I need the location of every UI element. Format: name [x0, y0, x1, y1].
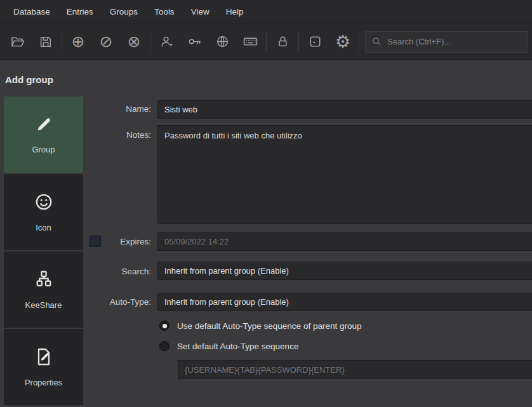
search-setting-select[interactable]: Inherit from parent group (Enable): [157, 262, 532, 280]
toolbar-separator: [62, 32, 62, 52]
delete-entry-button[interactable]: ⊗: [120, 30, 148, 54]
toolbar-separator: [359, 32, 359, 52]
search-setting-value: Inherit from parent group (Enable): [164, 266, 289, 276]
menu-tools[interactable]: Tools: [146, 0, 183, 23]
sidebar-item-icon[interactable]: Icon: [4, 174, 83, 250]
expires-label: Expires:: [75, 237, 151, 246]
key-icon: [187, 34, 202, 49]
open-url-button[interactable]: [208, 30, 236, 54]
toolbar-separator: [298, 32, 299, 52]
copy-password-button[interactable]: [180, 30, 208, 54]
use-default-sequence-label: Use default Auto-Type sequence of parent…: [177, 321, 361, 331]
sidebar-item-label: KeeShare: [25, 300, 62, 310]
globe-icon: [215, 34, 230, 49]
expires-datetime-input[interactable]: 05/09/2022 14:22: [157, 232, 532, 251]
sidebar-item-group[interactable]: Group: [4, 97, 83, 173]
edit-entry-button[interactable]: ⊘: [92, 30, 120, 54]
menu-entries[interactable]: Entries: [58, 0, 102, 23]
set-default-sequence-label: Set default Auto-Type sequence: [177, 342, 298, 351]
sidebar: Group Icon KeeShare Properties: [4, 97, 83, 407]
autotype-select[interactable]: Inherit from parent group (Enable): [157, 293, 532, 311]
toolbar-separator: [266, 32, 267, 52]
autotype-sequence-input[interactable]: {USERNAME}{TAB}{PASSWORD}{ENTER}: [178, 360, 532, 379]
add-entry-button[interactable]: ⊕: [64, 30, 92, 54]
plus-circle-icon: ⊕: [72, 34, 85, 50]
toolbar-separator: [150, 32, 150, 52]
sidebar-item-label: Icon: [36, 223, 51, 232]
sidebar-item-label: Properties: [25, 378, 62, 387]
perform-autotype-button[interactable]: [236, 30, 264, 54]
notes-textarea[interactable]: Password di tutti i siti web che utilizz…: [157, 125, 532, 224]
sidebar-item-keeshare[interactable]: KeeShare: [4, 251, 83, 328]
search-box[interactable]: [365, 31, 528, 53]
lock-icon: [276, 34, 290, 49]
name-input[interactable]: [157, 100, 532, 119]
sidebar-item-label: Group: [32, 145, 55, 154]
pencil-icon: [34, 115, 53, 134]
save-database-button[interactable]: [32, 30, 60, 54]
sidebar-item-properties[interactable]: Properties: [4, 329, 83, 405]
toolbar: ⊕ ⊘ ⊗ ⚙: [0, 23, 532, 60]
user-key-icon: [159, 34, 174, 49]
menu-bar: Database Entries Groups Tools View Help: [0, 0, 532, 23]
menu-view[interactable]: View: [183, 0, 218, 23]
keyboard-icon: [243, 34, 258, 50]
copy-username-button[interactable]: [152, 30, 180, 54]
menu-help[interactable]: Help: [218, 0, 252, 23]
slash-circle-icon: ⊘: [100, 34, 113, 50]
password-generator-button[interactable]: [301, 30, 329, 54]
menu-database[interactable]: Database: [5, 0, 58, 23]
autotype-label: Auto-Type:: [75, 297, 151, 307]
document-edit-icon: [34, 347, 54, 367]
page-title: Add group: [5, 74, 53, 85]
gear-icon: ⚙: [335, 33, 350, 50]
use-default-sequence-radio[interactable]: [159, 321, 170, 331]
settings-button[interactable]: ⚙: [329, 30, 357, 54]
set-default-sequence-radio[interactable]: [159, 341, 170, 351]
smiley-icon: [34, 192, 54, 212]
search-setting-label: Search:: [75, 267, 151, 276]
save-icon: [39, 35, 53, 49]
open-database-button[interactable]: [4, 30, 32, 54]
sitemap-icon: [34, 269, 54, 290]
expires-value: 05/09/2022 14:22: [164, 237, 229, 246]
name-label: Name:: [75, 104, 151, 114]
lock-database-button[interactable]: [269, 30, 296, 54]
dice-icon: [308, 34, 323, 49]
folder-open-icon: [10, 34, 25, 50]
x-circle-icon: ⊗: [128, 34, 141, 50]
autotype-value: Inherit from parent group (Enable): [164, 297, 289, 307]
autotype-sequence-value: {USERNAME}{TAB}{PASSWORD}{ENTER}: [185, 365, 345, 375]
menu-groups[interactable]: Groups: [102, 0, 146, 23]
search-icon: [371, 36, 382, 47]
search-input[interactable]: [387, 37, 522, 46]
notes-label: Notes:: [75, 130, 151, 140]
